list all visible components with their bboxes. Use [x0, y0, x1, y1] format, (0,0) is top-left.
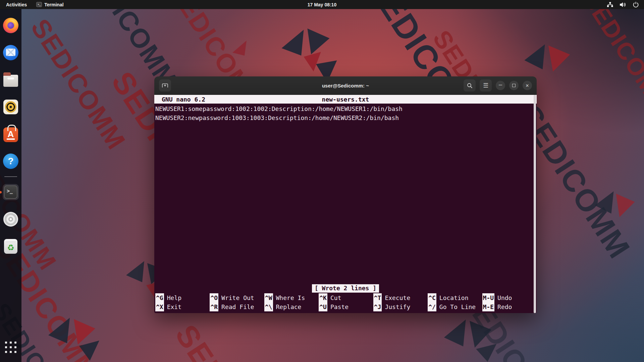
close-icon: ✕ [526, 83, 529, 88]
help-icon: ? [3, 154, 18, 169]
hamburger-icon: ☰ [483, 82, 488, 89]
nano-shortcut: ^GHelp [155, 293, 210, 302]
nano-shortcut: ^RRead File [210, 302, 264, 311]
maximize-button[interactable] [509, 81, 519, 90]
cd-disc-icon [3, 212, 18, 227]
activities-button[interactable]: Activities [0, 0, 33, 9]
clock[interactable]: 17 May 08:10 [0, 2, 644, 7]
network-icon [607, 2, 613, 7]
nano-shortcut: ^OWrite Out [210, 293, 264, 302]
nano-shortcut: ^\Replace [264, 302, 319, 311]
dock-item-trash[interactable]: ♻ [3, 238, 19, 254]
trash-icon: ♻ [4, 239, 17, 254]
firefox-icon [3, 18, 18, 33]
terminal-icon: >_ [4, 185, 17, 199]
nano-shortcut: M-UUndo [482, 293, 537, 302]
thunderbird-icon [3, 45, 18, 60]
file-line: NEWUSER1:somepassword:1002:1002:Descript… [155, 104, 533, 113]
top-bar: Activities >_ Terminal 17 May 08:10 [0, 0, 644, 9]
nano-shortcut: ^UPaste [319, 302, 373, 311]
minimize-button[interactable]: – [496, 81, 505, 90]
focused-app-label: Terminal [44, 2, 63, 7]
dock-item-terminal-active[interactable]: >_ [3, 184, 19, 200]
maximize-icon [512, 84, 516, 87]
app-grid-icon [5, 342, 16, 353]
dock-item-firefox[interactable] [3, 17, 19, 34]
dock-item-thunderbird[interactable] [3, 45, 19, 61]
nano-text-area[interactable]: NEWUSER1:somepassword:1002:1002:Descript… [154, 104, 537, 284]
software-glyph: A [7, 130, 15, 140]
dock-item-cd[interactable] [3, 211, 19, 227]
terminal-app-icon: >_ [36, 2, 42, 7]
nano-shortcut: ^XExit [155, 302, 210, 311]
dock: A ? >_ ♻ [0, 9, 21, 362]
close-button[interactable]: ✕ [523, 81, 532, 90]
dock-separator [4, 176, 17, 177]
nano-shortcut: ^JJustify [373, 302, 428, 311]
new-tab-icon [162, 83, 168, 88]
focused-app-menu[interactable]: >_ Terminal [33, 0, 67, 9]
nano-shortcut-bar: ^GHelp^OWrite Out^WWhere Is^KCut^TExecut… [154, 293, 537, 313]
wallpaper-triangle [231, 39, 252, 59]
volume-icon [620, 2, 626, 7]
wallpaper-triangle-cluster [443, 317, 513, 362]
nano-titlebar: GNU nano 6.2 new-users.txt [154, 95, 537, 104]
app-grid-button[interactable] [3, 339, 19, 355]
dock-item-ubuntu-software[interactable]: A [3, 126, 19, 142]
system-status-area[interactable] [607, 2, 644, 7]
ubuntu-software-icon: A [3, 127, 18, 142]
running-indicator-dot [0, 191, 2, 193]
wallpaper-triangle-cluster [594, 188, 641, 231]
nano-shortcut: M-ERedo [482, 302, 537, 311]
recycle-glyph: ♻ [7, 244, 14, 252]
new-tab-button[interactable] [159, 79, 171, 92]
search-icon [467, 83, 473, 88]
file-line: NEWUSER2:newpassword:1003:1003:Descripti… [155, 113, 533, 122]
wallpaper-watermark: SEDICOMM [168, 318, 293, 362]
nano-statusbar: [ Wrote 2 lines ] [312, 284, 379, 293]
nano-shortcut: ^/Go To Line [428, 302, 482, 311]
power-icon [633, 2, 639, 7]
dock-item-help[interactable]: ? [3, 153, 19, 169]
wallpaper-triangle-cluster [280, 28, 342, 84]
nano-shortcut: ^TExecute [373, 293, 428, 302]
search-button[interactable] [464, 79, 476, 92]
nano-filename: new-users.txt [154, 96, 537, 103]
terminal-window: user@Sedicomm: ~ ☰ – ✕ GNU na [154, 76, 537, 313]
nano-shortcut: ^KCut [319, 293, 373, 302]
dock-item-rhythmbox[interactable] [3, 99, 19, 115]
menu-button[interactable]: ☰ [480, 79, 492, 92]
nano-shortcut: ^CLocation [428, 293, 482, 302]
terminal-scrollbar[interactable] [534, 95, 536, 313]
minimize-icon: – [499, 81, 502, 87]
nano-shortcut: ^WWhere Is [264, 293, 319, 302]
nano-editor[interactable]: GNU nano 6.2 new-users.txt NEWUSER1:some… [154, 95, 537, 313]
window-titlebar[interactable]: user@Sedicomm: ~ ☰ – ✕ [154, 76, 537, 95]
wallpaper-triangle-cluster [47, 315, 121, 362]
files-icon [3, 75, 18, 87]
rhythmbox-icon [3, 100, 18, 114]
dock-item-files[interactable] [3, 72, 19, 88]
wallpaper-watermark: SEDICOMM [577, 0, 644, 117]
